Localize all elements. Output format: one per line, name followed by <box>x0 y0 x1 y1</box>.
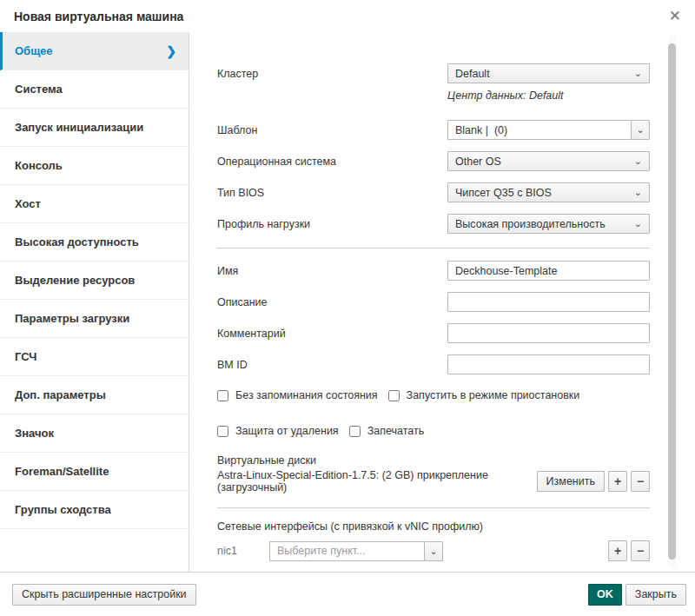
name-input[interactable] <box>447 261 650 281</box>
sidebar-item-console[interactable]: Консоль <box>0 147 189 185</box>
ok-button[interactable]: OK <box>588 584 622 606</box>
vm-id-row: ВМ ID <box>217 354 650 374</box>
sidebar-item-rng[interactable]: ГСЧ <box>0 338 189 376</box>
start-paused-checkbox-label: Запустить в режиме приостановки <box>407 389 580 401</box>
remove-nic-button[interactable]: − <box>631 540 650 561</box>
stateless-checkbox-group: Без запоминания состояния <box>217 389 378 401</box>
delete-protection-checkbox[interactable] <box>217 426 228 437</box>
dialog-title: Новая виртуальная машина <box>14 10 183 23</box>
comment-input[interactable] <box>447 323 650 343</box>
datacenter-hint: Центр данных: Default <box>447 89 650 102</box>
close-icon[interactable]: ✕ <box>669 9 681 23</box>
sidebar-item-initial-run[interactable]: Запуск инициализации <box>0 109 189 147</box>
delete-protection-checkbox-group: Защита от удаления <box>217 425 339 437</box>
sealed-checkbox-group: Запечатать <box>349 425 425 437</box>
sidebar-item-label: ГСЧ <box>15 350 36 363</box>
cancel-button[interactable]: Закрыть <box>626 584 686 606</box>
edit-disk-button[interactable]: Изменить <box>537 471 605 492</box>
name-row: Имя <box>217 261 650 281</box>
sidebar-item-label: Параметры загрузки <box>15 312 129 325</box>
add-nic-button[interactable]: + <box>608 540 627 561</box>
dialog-body: Общее ❯ Система Запуск инициализации Кон… <box>0 32 695 572</box>
sidebar-item-label: Общее <box>15 44 53 57</box>
os-select[interactable]: Other OS ⌄ <box>447 151 650 171</box>
divider <box>217 507 650 508</box>
os-select-value: Other OS <box>455 156 501 168</box>
sidebar-item-label: Консоль <box>15 159 63 172</box>
bios-select-value: Чипсет Q35 с BIOS <box>455 187 552 199</box>
sidebar-item-affinity-groups[interactable]: Группы сходства <box>0 491 189 529</box>
scrollbar-thumb[interactable] <box>668 43 676 560</box>
cluster-row: Кластер Default ⌄ <box>217 63 650 83</box>
sidebar-item-boot-options[interactable]: Параметры загрузки <box>0 300 189 338</box>
caret-down-icon: ⌄ <box>634 187 642 198</box>
nic-profile-dropdown-button[interactable]: ⌄ <box>424 541 443 561</box>
vm-id-label: ВМ ID <box>217 359 248 371</box>
general-tab-content: Кластер Default ⌄ Центр данных: Default … <box>189 32 695 572</box>
disks-section-title: Виртуальные диски <box>217 454 650 467</box>
add-disk-button[interactable]: + <box>608 471 627 492</box>
sidebar-item-label: Доп. параметры <box>15 388 106 401</box>
disk-row: Astra-Linux-Special-Edition-1.7.5: (2 GB… <box>217 469 650 493</box>
sidebar-item-label: Система <box>15 83 63 96</box>
sidebar-item-label: Хост <box>15 197 41 210</box>
cluster-select-value: Default <box>455 68 490 80</box>
toggle-advanced-button[interactable]: Скрыть расширенные настройки <box>12 584 196 606</box>
os-row: Операционная система Other OS ⌄ <box>217 151 650 171</box>
dialog-footer: Скрыть расширенные настройки OK Закрыть <box>0 572 695 616</box>
profile-label: Профиль нагрузки <box>217 218 310 230</box>
sidebar-item-label: Значок <box>15 427 54 440</box>
nics-section-title: Сетевые интерфейсы (с привязкой к vNIC п… <box>217 520 650 533</box>
sealed-checkbox[interactable] <box>349 426 361 437</box>
nic-row: nic1 ⌄ + − <box>217 540 650 561</box>
stateless-checkbox[interactable] <box>217 390 228 401</box>
bios-select[interactable]: Чипсет Q35 с BIOS ⌄ <box>447 182 650 202</box>
template-input[interactable] <box>447 120 631 140</box>
profile-select-value: Высокая производительность <box>455 218 606 230</box>
sidebar-item-custom-properties[interactable]: Доп. параметры <box>0 376 189 414</box>
sidebar-item-host[interactable]: Хост <box>0 185 189 223</box>
checkbox-row-1: Без запоминания состояния Запустить в ре… <box>217 389 650 401</box>
sidebar-item-foreman-satellite[interactable]: Foreman/Satellite <box>0 453 189 491</box>
template-row: Шаблон ⌄ <box>217 120 650 140</box>
bios-row: Тип BIOS Чипсет Q35 с BIOS ⌄ <box>217 182 650 202</box>
template-dropdown-button[interactable]: ⌄ <box>631 120 650 140</box>
caret-down-icon: ⌄ <box>429 546 437 557</box>
sidebar-item-resource-allocation[interactable]: Выделение ресурсов <box>0 262 189 300</box>
sealed-checkbox-label: Запечатать <box>367 425 425 437</box>
name-label: Имя <box>217 265 238 277</box>
sidebar-item-label: Группы сходства <box>15 503 111 516</box>
caret-down-icon: ⌄ <box>634 218 642 229</box>
nic-name: nic1 <box>217 545 269 557</box>
caret-down-icon: ⌄ <box>636 124 644 136</box>
profile-select[interactable]: Высокая производительность ⌄ <box>447 214 650 234</box>
start-paused-checkbox[interactable] <box>388 390 400 401</box>
dialog-header: Новая виртуальная машина ✕ <box>0 0 695 32</box>
os-label: Операционная система <box>217 156 336 168</box>
sidebar-item-icon[interactable]: Значок <box>0 414 189 453</box>
disk-description: Astra-Linux-Special-Edition-1.7.5: (2 GB… <box>217 469 537 493</box>
remove-disk-button[interactable]: − <box>631 471 650 492</box>
sidebar-item-label: Запуск инициализации <box>15 121 143 134</box>
cluster-hint-row: Центр данных: Default <box>217 89 650 102</box>
sidebar-item-label: Выделение ресурсов <box>15 274 135 287</box>
sidebar-item-general[interactable]: Общее ❯ <box>0 32 189 70</box>
template-label: Шаблон <box>217 124 257 136</box>
vm-id-input[interactable] <box>447 354 650 374</box>
sidebar-item-system[interactable]: Система <box>0 70 189 109</box>
divider <box>217 248 650 248</box>
sidebar-item-high-availability[interactable]: Высокая доступность <box>0 223 189 262</box>
nic-profile-input[interactable] <box>269 541 424 561</box>
description-label: Описание <box>217 296 268 308</box>
caret-down-icon: ⌄ <box>634 156 642 167</box>
caret-down-icon: ⌄ <box>634 68 642 79</box>
sidebar-item-label: Высокая доступность <box>15 235 139 248</box>
sidebar: Общее ❯ Система Запуск инициализации Кон… <box>0 32 189 572</box>
profile-row: Профиль нагрузки Высокая производительно… <box>217 214 650 234</box>
cluster-select[interactable]: Default ⌄ <box>447 63 650 83</box>
chevron-right-icon: ❯ <box>166 44 176 58</box>
sidebar-item-label: Foreman/Satellite <box>15 465 109 478</box>
cluster-label: Кластер <box>217 68 258 80</box>
description-input[interactable] <box>447 292 650 312</box>
comment-row: Комментарий <box>217 323 650 343</box>
